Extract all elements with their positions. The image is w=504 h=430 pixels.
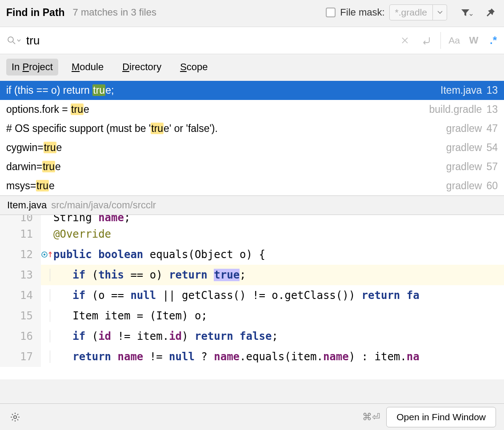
- result-file-info: gradlew47: [446, 123, 498, 135]
- file-mask-dropdown[interactable]: *.gradle: [389, 4, 447, 20]
- preview-header: Item.java src/main/java/com/srcclr: [0, 195, 504, 215]
- code-line-17: return name != null ? name.equals(item.n…: [41, 350, 420, 363]
- result-text: # OS specific support (must be 'true' or…: [6, 123, 218, 135]
- search-input[interactable]: [24, 34, 398, 48]
- result-row[interactable]: if (this == o) return true;Item.java13: [0, 81, 504, 100]
- code-line-15: Item item = (Item) o;: [41, 310, 208, 322]
- result-text: darwin=true: [6, 161, 61, 173]
- scope-tab[interactable]: In Project: [6, 59, 58, 76]
- result-text: cygwin=true: [6, 142, 62, 154]
- preview-path: src/main/java/com/srcclr: [51, 199, 156, 211]
- code-line-12: public boolean equals(Object o) {: [41, 248, 265, 261]
- gutter-line: 11: [0, 224, 41, 244]
- open-in-find-window-button[interactable]: Open in Find Window: [386, 407, 496, 427]
- dialog-title: Find in Path: [6, 7, 65, 19]
- code-line-11: @Override: [41, 228, 111, 240]
- code-line-14: if (o == null || getClass() != o.getClas…: [41, 289, 420, 302]
- gutter-line: 15: [0, 306, 41, 326]
- gear-icon[interactable]: [8, 410, 22, 424]
- regex-icon[interactable]: .*: [487, 34, 500, 47]
- newline-icon[interactable]: [419, 33, 433, 48]
- preview-filename: Item.java: [7, 199, 47, 211]
- scope-tab[interactable]: Directory: [117, 59, 167, 76]
- search-icon[interactable]: [4, 36, 24, 45]
- result-row[interactable]: options.fork = truebuild.gradle13: [0, 100, 504, 119]
- result-text: if (this == o) return true;: [6, 84, 114, 96]
- svg-point-0: [8, 37, 13, 42]
- gutter-line: 10: [0, 215, 41, 224]
- filter-icon[interactable]: [460, 5, 474, 20]
- result-file-info: gradlew57: [446, 161, 498, 173]
- gutter-line: 16: [0, 326, 41, 346]
- result-row[interactable]: darwin=truegradlew57: [0, 157, 504, 176]
- result-row[interactable]: cygwin=truegradlew54: [0, 138, 504, 157]
- scope-tabs: In ProjectModuleDirectoryScope: [0, 54, 504, 81]
- pin-icon[interactable]: [484, 5, 498, 20]
- clear-icon[interactable]: [398, 33, 412, 48]
- result-row[interactable]: msys=truegradlew60: [0, 176, 504, 195]
- results-list: if (this == o) return true;Item.java13op…: [0, 81, 504, 195]
- search-row: Aa W .*: [0, 27, 504, 54]
- match-case-icon[interactable]: Aa: [448, 35, 460, 46]
- result-file-info: Item.java13: [440, 84, 498, 96]
- gutter-line: 14: [0, 285, 41, 306]
- result-text: msys=true: [6, 180, 55, 192]
- scope-tab[interactable]: Module: [66, 59, 109, 76]
- file-mask-value: *.gradle: [390, 7, 432, 18]
- words-icon[interactable]: W: [468, 35, 480, 46]
- code-line-13: if (this == o) return true;: [41, 269, 246, 281]
- code-preview[interactable]: 10 String name; 11 @Override 12 public b…: [0, 215, 504, 379]
- svg-line-11: [17, 414, 18, 415]
- result-text: options.fork = true: [6, 104, 89, 115]
- scope-tab[interactable]: Scope: [175, 59, 213, 76]
- result-file-info: gradlew54: [446, 142, 498, 154]
- code-line-10: String name;: [41, 215, 130, 224]
- result-file-info: gradlew60: [446, 180, 498, 192]
- code-line-16: if (id != item.id) return false;: [41, 330, 278, 342]
- match-count: 7 matches in 3 files: [73, 7, 156, 18]
- gutter-line: 13: [0, 265, 41, 285]
- svg-line-9: [12, 414, 13, 415]
- shortcut-hint: ⌘⏎: [362, 411, 380, 423]
- chevron-down-icon[interactable]: [432, 5, 447, 20]
- svg-line-12: [12, 419, 13, 420]
- gutter-line: 17: [0, 346, 41, 367]
- gutter-line: 12: [0, 244, 41, 265]
- result-file-info: build.gradle13: [429, 104, 498, 115]
- file-mask-checkbox[interactable]: [326, 8, 336, 17]
- svg-point-4: [14, 415, 16, 418]
- result-row[interactable]: # OS specific support (must be 'true' or…: [0, 119, 504, 138]
- dialog-header: Find in Path 7 matches in 3 files File m…: [0, 0, 504, 27]
- svg-line-10: [17, 419, 18, 420]
- file-mask-label: File mask:: [340, 7, 384, 18]
- svg-line-1: [13, 42, 15, 44]
- dialog-footer: ⌘⏎ Open in Find Window: [0, 403, 504, 430]
